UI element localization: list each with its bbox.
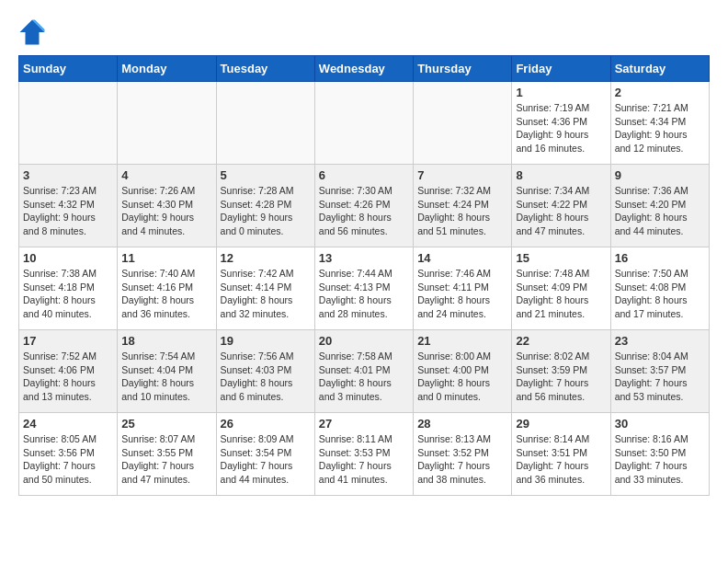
calendar-cell: 7Sunrise: 7:32 AM Sunset: 4:24 PM Daylig… xyxy=(414,165,512,247)
calendar-cell: 19Sunrise: 7:56 AM Sunset: 4:03 PM Dayli… xyxy=(216,330,314,413)
day-number: 10 xyxy=(23,251,113,265)
col-header-tuesday: Tuesday xyxy=(216,56,314,82)
calendar-week-row: 24Sunrise: 8:05 AM Sunset: 3:56 PM Dayli… xyxy=(19,413,710,496)
day-number: 30 xyxy=(615,417,705,431)
calendar-cell xyxy=(314,82,413,165)
calendar-cell: 24Sunrise: 8:05 AM Sunset: 3:56 PM Dayli… xyxy=(19,413,118,496)
day-number: 27 xyxy=(319,417,409,431)
day-info: Sunrise: 7:26 AM Sunset: 4:30 PM Dayligh… xyxy=(121,184,211,238)
day-info: Sunrise: 7:52 AM Sunset: 4:06 PM Dayligh… xyxy=(23,350,113,404)
calendar-cell: 16Sunrise: 7:50 AM Sunset: 4:08 PM Dayli… xyxy=(610,247,709,330)
day-number: 22 xyxy=(516,334,606,348)
calendar-cell: 9Sunrise: 7:36 AM Sunset: 4:20 PM Daylig… xyxy=(610,165,709,247)
day-number: 23 xyxy=(615,334,705,348)
day-number: 15 xyxy=(516,251,606,265)
day-info: Sunrise: 7:19 AM Sunset: 4:36 PM Dayligh… xyxy=(516,101,606,155)
calendar-cell xyxy=(414,82,512,165)
day-info: Sunrise: 8:00 AM Sunset: 4:00 PM Dayligh… xyxy=(417,350,507,404)
day-number: 12 xyxy=(221,251,311,265)
day-info: Sunrise: 8:07 AM Sunset: 3:55 PM Dayligh… xyxy=(121,432,211,487)
day-info: Sunrise: 7:36 AM Sunset: 4:20 PM Dayligh… xyxy=(615,184,705,238)
calendar-cell: 2Sunrise: 7:21 AM Sunset: 4:34 PM Daylig… xyxy=(610,82,709,165)
logo-icon xyxy=(18,18,46,46)
day-number: 17 xyxy=(23,334,113,348)
day-number: 26 xyxy=(221,417,311,431)
day-number: 8 xyxy=(516,168,606,182)
col-header-saturday: Saturday xyxy=(610,56,709,82)
day-info: Sunrise: 7:23 AM Sunset: 4:32 PM Dayligh… xyxy=(23,184,113,238)
day-info: Sunrise: 8:13 AM Sunset: 3:52 PM Dayligh… xyxy=(417,432,507,487)
day-info: Sunrise: 8:14 AM Sunset: 3:51 PM Dayligh… xyxy=(516,432,606,487)
calendar-cell: 5Sunrise: 7:28 AM Sunset: 4:28 PM Daylig… xyxy=(216,165,314,247)
day-number: 7 xyxy=(417,168,507,182)
calendar-header-row: SundayMondayTuesdayWednesdayThursdayFrid… xyxy=(19,56,710,82)
day-number: 24 xyxy=(23,417,113,431)
day-info: Sunrise: 7:56 AM Sunset: 4:03 PM Dayligh… xyxy=(221,350,311,404)
day-info: Sunrise: 7:38 AM Sunset: 4:18 PM Dayligh… xyxy=(23,267,113,321)
day-number: 1 xyxy=(516,86,606,99)
day-info: Sunrise: 7:40 AM Sunset: 4:16 PM Dayligh… xyxy=(121,267,211,321)
calendar-cell: 8Sunrise: 7:34 AM Sunset: 4:22 PM Daylig… xyxy=(512,165,610,247)
day-info: Sunrise: 8:16 AM Sunset: 3:50 PM Dayligh… xyxy=(615,432,705,487)
calendar-cell: 12Sunrise: 7:42 AM Sunset: 4:14 PM Dayli… xyxy=(216,247,314,330)
day-number: 5 xyxy=(221,168,311,182)
day-info: Sunrise: 7:44 AM Sunset: 4:13 PM Dayligh… xyxy=(319,267,409,321)
calendar-cell xyxy=(19,82,118,165)
day-info: Sunrise: 7:42 AM Sunset: 4:14 PM Dayligh… xyxy=(221,267,311,321)
day-info: Sunrise: 7:32 AM Sunset: 4:24 PM Dayligh… xyxy=(417,184,507,238)
day-info: Sunrise: 8:11 AM Sunset: 3:53 PM Dayligh… xyxy=(319,432,409,487)
calendar-cell: 20Sunrise: 7:58 AM Sunset: 4:01 PM Dayli… xyxy=(314,330,413,413)
day-info: Sunrise: 7:34 AM Sunset: 4:22 PM Dayligh… xyxy=(516,184,606,238)
calendar-cell: 25Sunrise: 8:07 AM Sunset: 3:55 PM Dayli… xyxy=(118,413,216,496)
calendar-cell: 29Sunrise: 8:14 AM Sunset: 3:51 PM Dayli… xyxy=(512,413,610,496)
calendar-week-row: 3Sunrise: 7:23 AM Sunset: 4:32 PM Daylig… xyxy=(19,165,710,247)
calendar-cell: 14Sunrise: 7:46 AM Sunset: 4:11 PM Dayli… xyxy=(414,247,512,330)
page-header xyxy=(18,18,710,46)
day-info: Sunrise: 8:09 AM Sunset: 3:54 PM Dayligh… xyxy=(221,432,311,487)
day-info: Sunrise: 7:58 AM Sunset: 4:01 PM Dayligh… xyxy=(319,350,409,404)
day-info: Sunrise: 7:21 AM Sunset: 4:34 PM Dayligh… xyxy=(615,101,705,155)
calendar-cell: 13Sunrise: 7:44 AM Sunset: 4:13 PM Dayli… xyxy=(314,247,413,330)
day-info: Sunrise: 7:28 AM Sunset: 4:28 PM Dayligh… xyxy=(221,184,311,238)
calendar-cell: 17Sunrise: 7:52 AM Sunset: 4:06 PM Dayli… xyxy=(19,330,118,413)
calendar-cell xyxy=(118,82,216,165)
calendar-week-row: 10Sunrise: 7:38 AM Sunset: 4:18 PM Dayli… xyxy=(19,247,710,330)
calendar-cell: 22Sunrise: 8:02 AM Sunset: 3:59 PM Dayli… xyxy=(512,330,610,413)
col-header-monday: Monday xyxy=(118,56,216,82)
day-number: 16 xyxy=(615,251,705,265)
day-number: 18 xyxy=(121,334,211,348)
day-number: 25 xyxy=(121,417,211,431)
day-number: 3 xyxy=(23,168,113,182)
calendar-cell: 23Sunrise: 8:04 AM Sunset: 3:57 PM Dayli… xyxy=(610,330,709,413)
day-info: Sunrise: 7:46 AM Sunset: 4:11 PM Dayligh… xyxy=(417,267,507,321)
svg-marker-0 xyxy=(20,20,45,45)
day-number: 21 xyxy=(417,334,507,348)
calendar-cell xyxy=(216,82,314,165)
day-number: 2 xyxy=(615,86,705,99)
col-header-wednesday: Wednesday xyxy=(314,56,413,82)
calendar-week-row: 17Sunrise: 7:52 AM Sunset: 4:06 PM Dayli… xyxy=(19,330,710,413)
day-number: 14 xyxy=(417,251,507,265)
calendar-table: SundayMondayTuesdayWednesdayThursdayFrid… xyxy=(18,55,710,496)
calendar-cell: 21Sunrise: 8:00 AM Sunset: 4:00 PM Dayli… xyxy=(414,330,512,413)
calendar-cell: 15Sunrise: 7:48 AM Sunset: 4:09 PM Dayli… xyxy=(512,247,610,330)
day-number: 13 xyxy=(319,251,409,265)
day-number: 29 xyxy=(516,417,606,431)
day-info: Sunrise: 8:02 AM Sunset: 3:59 PM Dayligh… xyxy=(516,350,606,404)
calendar-week-row: 1Sunrise: 7:19 AM Sunset: 4:36 PM Daylig… xyxy=(19,82,710,165)
day-info: Sunrise: 7:54 AM Sunset: 4:04 PM Dayligh… xyxy=(121,350,211,404)
day-number: 9 xyxy=(615,168,705,182)
logo xyxy=(18,18,50,46)
day-number: 28 xyxy=(417,417,507,431)
calendar-cell: 28Sunrise: 8:13 AM Sunset: 3:52 PM Dayli… xyxy=(414,413,512,496)
calendar-cell: 18Sunrise: 7:54 AM Sunset: 4:04 PM Dayli… xyxy=(118,330,216,413)
day-number: 20 xyxy=(319,334,409,348)
calendar-cell: 6Sunrise: 7:30 AM Sunset: 4:26 PM Daylig… xyxy=(314,165,413,247)
day-info: Sunrise: 8:04 AM Sunset: 3:57 PM Dayligh… xyxy=(615,350,705,404)
day-info: Sunrise: 7:30 AM Sunset: 4:26 PM Dayligh… xyxy=(319,184,409,238)
col-header-friday: Friday xyxy=(512,56,610,82)
calendar-cell: 30Sunrise: 8:16 AM Sunset: 3:50 PM Dayli… xyxy=(610,413,709,496)
calendar-cell: 4Sunrise: 7:26 AM Sunset: 4:30 PM Daylig… xyxy=(118,165,216,247)
calendar-cell: 11Sunrise: 7:40 AM Sunset: 4:16 PM Dayli… xyxy=(118,247,216,330)
calendar-cell: 26Sunrise: 8:09 AM Sunset: 3:54 PM Dayli… xyxy=(216,413,314,496)
